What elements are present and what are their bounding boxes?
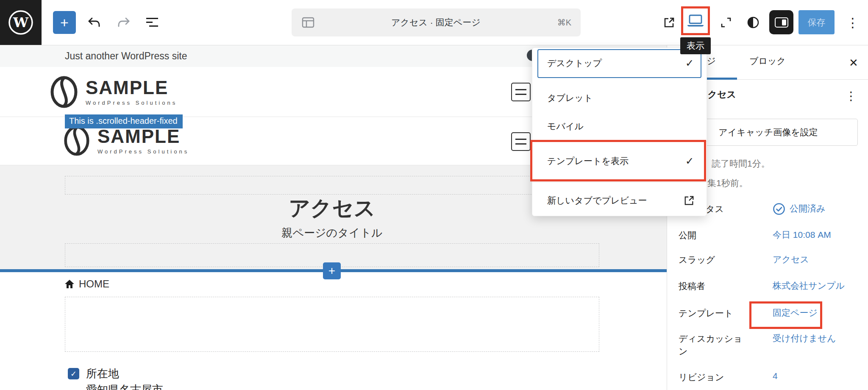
list-view-icon bbox=[145, 17, 160, 28]
revisions-value[interactable]: 4 bbox=[773, 371, 778, 384]
show-template-highlight-box bbox=[530, 140, 706, 181]
menu-item-tablet[interactable]: タブレット bbox=[532, 84, 707, 112]
menu-item-label: モバイル bbox=[547, 120, 707, 132]
template-label: テンプレート bbox=[679, 307, 750, 320]
logo-subtitle: WordPress Solutions bbox=[97, 148, 189, 155]
location-row: ✓ 所在地 bbox=[68, 366, 119, 381]
block-inserter-toggle[interactable]: + bbox=[53, 11, 76, 34]
hamburger-line bbox=[515, 143, 526, 145]
hamburger-line bbox=[515, 89, 526, 90]
wordpress-menu-button[interactable]: W bbox=[0, 0, 42, 45]
publish-label: 公開 bbox=[679, 229, 750, 242]
slug-value[interactable]: アクセス bbox=[773, 254, 809, 266]
template-layout-icon bbox=[302, 17, 314, 28]
undo-icon bbox=[88, 17, 100, 28]
address-text[interactable]: 愛知県名古屋市 bbox=[86, 382, 163, 390]
page-title[interactable]: アクセス bbox=[65, 194, 599, 223]
slug-label: スラッグ bbox=[679, 254, 750, 266]
home-icon bbox=[64, 279, 75, 289]
discussion-value[interactable]: 受け付けません bbox=[773, 332, 836, 358]
command-shortcut: ⌘K bbox=[557, 17, 571, 28]
hamburger-line bbox=[515, 94, 526, 95]
lower-content-section: HOME ✓ 所在地 愛知県名古屋市 bbox=[0, 272, 667, 390]
kebab-icon: ⋮ bbox=[846, 15, 859, 30]
template-highlight-box bbox=[749, 301, 822, 329]
check-icon: ✓ bbox=[70, 369, 77, 379]
contrast-circle-icon bbox=[747, 16, 760, 29]
preview-highlight-box bbox=[681, 6, 710, 35]
tab-block[interactable]: ブロック bbox=[749, 55, 786, 67]
redo-icon bbox=[117, 17, 130, 28]
breadcrumb[interactable]: HOME bbox=[64, 278, 109, 290]
parent-page-title[interactable]: 親ページのタイトル bbox=[65, 226, 599, 240]
page-options-button[interactable]: ⋮ bbox=[843, 87, 860, 104]
document-title-bar: アクセス · 固定ページ bbox=[314, 17, 557, 28]
wordpress-logo-icon: W bbox=[8, 9, 34, 36]
editor-toolbar: W + bbox=[0, 0, 868, 45]
zoom-out-toggle-button[interactable] bbox=[715, 11, 737, 34]
menu-item-label: タブレット bbox=[547, 92, 707, 104]
slug-row: スラッグ アクセス bbox=[679, 254, 858, 266]
logo-title: SAMPLE bbox=[97, 127, 189, 146]
svg-text:W: W bbox=[13, 14, 29, 31]
publish-row: 公開 今日 10:08 AM bbox=[679, 229, 858, 242]
preview-dropdown-menu: デスクトップ ✓ タブレット モバイル テンプレートを表示 ✓ 新しいタブでプレ… bbox=[532, 47, 707, 216]
plus-icon: + bbox=[328, 264, 335, 278]
redo-button[interactable] bbox=[113, 11, 135, 33]
author-value[interactable]: 株式会社サンプル bbox=[773, 280, 845, 292]
external-link-icon bbox=[684, 195, 695, 206]
view-site-button[interactable] bbox=[658, 11, 681, 34]
sidebar-panel-icon bbox=[775, 17, 788, 28]
discussion-label: ディスカッション bbox=[679, 332, 750, 358]
settings-sidebar-toggle[interactable] bbox=[769, 10, 793, 34]
undo-button[interactable] bbox=[83, 11, 105, 33]
logo-title: SAMPLE bbox=[86, 78, 177, 98]
location-checkbox[interactable]: ✓ bbox=[68, 368, 79, 379]
menu-item-mobile[interactable]: モバイル bbox=[532, 112, 707, 141]
plus-icon: + bbox=[60, 15, 69, 30]
scrolled-header-badge: This is .scrolled-header-fixed bbox=[65, 114, 183, 128]
tooltip-label: 表示 bbox=[687, 40, 704, 52]
close-icon: ✕ bbox=[849, 56, 858, 70]
menu-hamburger-button[interactable] bbox=[511, 132, 531, 151]
close-sidebar-button[interactable]: ✕ bbox=[845, 54, 862, 71]
styles-button[interactable] bbox=[742, 11, 765, 34]
expand-corners-icon bbox=[720, 17, 732, 28]
reading-time-text: 読了時間1分。 bbox=[712, 158, 770, 170]
menu-divider bbox=[532, 182, 707, 182]
author-row: 投稿者 株式会社サンプル bbox=[679, 280, 858, 292]
breadcrumb-home[interactable]: HOME bbox=[79, 278, 109, 290]
empty-block-placeholder[interactable] bbox=[65, 297, 599, 352]
site-logo[interactable]: SAMPLE WordPress Solutions bbox=[64, 125, 189, 156]
location-label: 所在地 bbox=[86, 366, 119, 381]
last-edited-text: 集1秒前。 bbox=[707, 177, 748, 189]
menu-item-label: デスクトップ bbox=[547, 57, 685, 69]
publish-value[interactable]: 今日 10:08 AM bbox=[773, 229, 831, 242]
external-link-icon bbox=[663, 17, 675, 28]
published-check-icon bbox=[773, 203, 785, 215]
logo-mark-icon bbox=[50, 76, 78, 108]
site-tagline: Just another WordPress site bbox=[65, 50, 187, 62]
logo-subtitle: WordPress Solutions bbox=[86, 100, 177, 106]
command-center-button[interactable]: アクセス · 固定ページ ⌘K bbox=[292, 8, 581, 36]
logo-mark-icon bbox=[64, 125, 90, 156]
hamburger-line bbox=[515, 139, 526, 140]
options-menu-button[interactable]: ⋮ bbox=[843, 11, 863, 34]
document-overview-button[interactable] bbox=[142, 11, 164, 33]
empty-block-placeholder[interactable] bbox=[65, 176, 599, 195]
status-text[interactable]: 公開済み bbox=[790, 203, 826, 214]
site-logo[interactable]: SAMPLE WordPress Solutions bbox=[50, 76, 177, 108]
status-value[interactable]: 公開済み bbox=[773, 203, 826, 215]
menu-item-preview-new-tab[interactable]: 新しいタブでプレビュー bbox=[532, 186, 707, 215]
preview-tooltip: 表示 bbox=[680, 37, 711, 54]
menu-hamburger-button[interactable] bbox=[511, 83, 531, 101]
kebab-icon: ⋮ bbox=[845, 89, 857, 103]
revisions-row: リビジョン 4 bbox=[679, 371, 858, 384]
menu-item-label: 新しいタブでプレビュー bbox=[547, 195, 684, 206]
revisions-label: リビジョン bbox=[679, 371, 750, 384]
save-button[interactable]: 保存 bbox=[798, 10, 835, 34]
block-inserter-button[interactable]: + bbox=[323, 262, 341, 279]
check-icon: ✓ bbox=[685, 57, 694, 69]
discussion-row: ディスカッション 受け付けません bbox=[679, 332, 858, 358]
author-label: 投稿者 bbox=[679, 280, 750, 292]
